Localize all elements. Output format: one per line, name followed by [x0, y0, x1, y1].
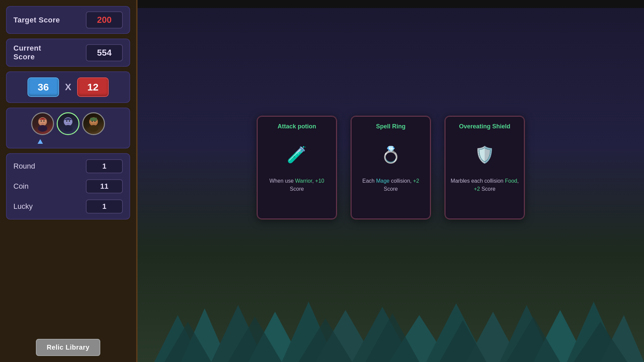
svg-point-14 — [92, 121, 93, 122]
card-1-icon: 🧪 — [280, 138, 314, 172]
card-2-plus2: +2 — [413, 178, 419, 184]
round-row: Round 1 — [13, 159, 123, 173]
right-panel: Attack potion 🧪 When use Warrior, +10 Sc… — [138, 0, 644, 362]
target-score-value: 200 — [86, 11, 123, 28]
coin-row: Coin 11 — [13, 179, 123, 193]
coin-value: 11 — [86, 179, 123, 193]
svg-point-4 — [43, 120, 45, 122]
card-2-mage: Mage — [376, 178, 389, 184]
spacer — [6, 224, 130, 333]
stats-section: Round 1 Coin 11 Lucky 1 — [6, 153, 130, 220]
card-3-food: Food — [505, 178, 517, 184]
char-sprite-3 — [85, 115, 102, 132]
svg-point-15 — [94, 121, 96, 122]
active-char-indicator — [38, 139, 43, 144]
multiplier-blue: 36 — [28, 77, 59, 97]
card-3-icon: 🛡️ — [468, 138, 501, 172]
round-label: Round — [13, 162, 35, 171]
current-score-row: Current Score 554 — [6, 39, 130, 67]
multiplier-row: 36 X 12 — [6, 71, 130, 103]
left-panel: Target Score 200 Current Score 554 36 X … — [0, 0, 138, 362]
card-3-plus2: +2 — [474, 186, 480, 192]
forest-background — [138, 288, 644, 362]
target-score-row: Target Score 200 — [6, 6, 130, 34]
char-sprite-1 — [34, 115, 51, 132]
multiplier-x-label: X — [65, 82, 71, 93]
card-attack-potion[interactable]: Attack potion 🧪 When use Warrior, +10 Sc… — [257, 116, 337, 220]
card-2-icon: 💍 — [374, 138, 408, 172]
char-avatar-3[interactable] — [82, 112, 105, 135]
cards-container: Attack potion 🧪 When use Warrior, +10 Sc… — [257, 116, 525, 220]
char-avatar-2[interactable] — [57, 112, 79, 135]
card-1-plus10: +10 — [315, 178, 324, 184]
svg-rect-13 — [90, 118, 97, 121]
svg-point-8 — [66, 120, 67, 122]
card-spell-ring[interactable]: Spell Ring 💍 Each Mage collision, +2 Sco… — [351, 116, 431, 220]
card-3-title: Overeating Shield — [459, 123, 510, 133]
target-score-label: Target Score — [13, 16, 60, 24]
round-value: 1 — [86, 159, 123, 173]
char-avatar-1[interactable] — [31, 112, 54, 135]
svg-point-3 — [41, 120, 42, 122]
card-3-desc: Marbles each collision Food, +2 Score — [450, 177, 519, 193]
coin-label: Coin — [13, 182, 29, 191]
card-overeating-shield[interactable]: Overeating Shield 🛡️ Marbles each collis… — [444, 116, 525, 220]
card-2-desc: Each Mage collision, +2 Score — [357, 177, 425, 193]
card-1-warrior: Warrior — [295, 178, 312, 184]
lucky-row: Lucky 1 — [13, 199, 123, 214]
svg-point-1 — [38, 125, 47, 132]
top-strip — [138, 0, 644, 8]
card-2-title: Spell Ring — [376, 123, 406, 133]
svg-point-6 — [63, 125, 73, 132]
current-score-value: 554 — [86, 44, 123, 61]
characters-row — [6, 108, 130, 148]
card-1-title: Attack potion — [278, 123, 316, 133]
svg-point-9 — [69, 120, 70, 122]
lucky-value: 1 — [86, 199, 123, 214]
relic-library-button[interactable]: Relic Library — [36, 339, 100, 356]
lucky-label: Lucky — [13, 202, 33, 211]
multiplier-red: 12 — [77, 77, 108, 97]
char-sprite-2 — [59, 115, 77, 132]
svg-point-11 — [89, 125, 98, 132]
chars-inner — [31, 112, 105, 135]
current-score-label: Current Score — [13, 44, 41, 61]
card-1-desc: When use Warrior, +10 Score — [263, 177, 331, 193]
